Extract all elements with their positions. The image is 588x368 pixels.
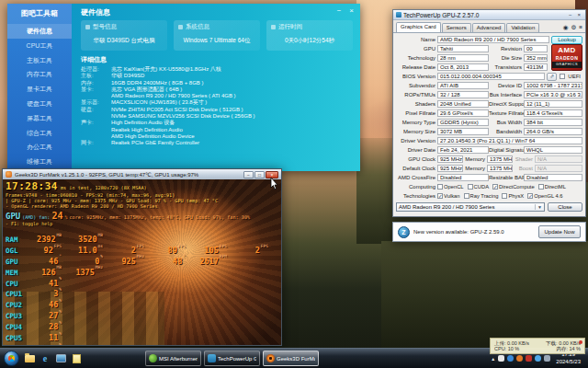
tab-sensors[interactable]: Sensors <box>442 23 471 32</box>
sidebar-item-cpu-tools[interactable]: CPU工具 <box>7 39 72 53</box>
furmark-icon <box>266 354 275 362</box>
detail-row-motherboard: 主板:华硕 D349SD <box>81 73 353 79</box>
vulkan-checkbox[interactable]: ✓ <box>437 193 443 199</box>
minimize-icon[interactable]: − <box>567 12 574 17</box>
tab-validation[interactable]: Validation <box>506 23 539 32</box>
detail-row-audio1: 声卡:High Definition Audio 设备 <box>81 120 353 126</box>
detail-row-network: 网卡:Realtek PCIe GbE Family Controller <box>81 140 353 146</box>
network-icon[interactable] <box>544 355 550 362</box>
tray-icon-app3[interactable] <box>516 355 523 362</box>
close-icon[interactable]: × <box>349 6 354 15</box>
hidden-icons-arrow[interactable]: ▲ <box>491 356 495 362</box>
gpuz-driver-row: Driver Version27.20.14540.3 (Pro 21.Q1.1… <box>396 136 582 145</box>
toolbox-window: 图吧工具箱 硬件信息 CPU工具 主板工具 内存工具 显卡工具 硬盘工具 屏幕工… <box>7 4 360 171</box>
sidebar-item-gpu-tools[interactable]: 显卡工具 <box>7 82 72 97</box>
directcompute-checkbox[interactable]: ✓ <box>492 184 498 190</box>
menu-icon[interactable]: ≡ <box>579 24 582 31</box>
directml-checkbox[interactable] <box>538 184 544 190</box>
osd-renderer-line: - OpenGL renderer: AMD Radeon R9 200 / H… <box>6 203 281 209</box>
opengl-checkbox[interactable]: ✓ <box>527 193 533 199</box>
gpuz-titlebar[interactable]: TechPowerUp GPU-Z 2.57.0 − × <box>393 10 585 20</box>
raytracing-checkbox[interactable] <box>464 193 469 199</box>
tab-graphics-card[interactable]: Graphics Card <box>396 22 441 32</box>
tray-icon-app2[interactable] <box>507 355 514 362</box>
cpu-usage: CPU: 10 % <box>494 346 519 352</box>
osd-test-note: ms in test, 1280x720 (8X MSAA) <box>61 185 147 190</box>
sidebar-item-motherboard-tools[interactable]: 主板工具 <box>7 53 72 68</box>
gpuz-update-icon: Z <box>398 226 410 238</box>
toolbox-page-title: 硬件信息 <box>81 6 353 19</box>
explorer-icon[interactable] <box>23 352 36 365</box>
furmark-osd: 17:28:34 ms in test, 1280x720 (8X MSAA) … <box>6 180 281 226</box>
details-section-title: 详细信息 <box>81 55 353 64</box>
osd-gpu-fan-unit: % <box>64 214 67 220</box>
card-bullet-icon <box>178 25 183 29</box>
uptime-card: 运行时间 0天0小时12分54秒 <box>266 20 353 51</box>
gpuz-tab-bar: Graphics Card Sensors Advanced Validatio… <box>393 20 585 33</box>
gpuz-field-row: SubvendorATI AIBDevice ID1002 6798 - 178… <box>396 81 582 90</box>
toolbox-sidebar-title: 图吧工具箱 <box>7 4 72 24</box>
screenshot-icon[interactable]: ◉ <box>563 24 569 31</box>
card-bullet-icon <box>85 25 90 29</box>
sidebar-item-memory-tools[interactable]: 内存工具 <box>7 67 72 82</box>
gpuz-card-selector-row: AMD Radeon R9 200 / HD 7900 Series ▼ Clo… <box>396 202 582 212</box>
sidebar-item-hardware-info[interactable]: 硬件信息 <box>7 24 72 39</box>
gpuz-field-row: Driver DateFeb 24, 2021Digital Signature… <box>396 145 582 155</box>
minimize-icon[interactable]: − <box>337 6 342 15</box>
volume-icon[interactable] <box>535 355 541 362</box>
detail-row-disk1: 硬盘:NVMe ZHITAI PC005 Act SCSI Disk Devic… <box>81 107 353 113</box>
tray-icon-app1[interactable] <box>498 355 504 362</box>
physx-checkbox[interactable] <box>502 193 507 199</box>
taskbar-button-msi-afterburner[interactable]: MSI Afterburner <box>145 351 201 366</box>
osd-row-ram: RAM2392MB3520MB <box>6 228 268 239</box>
uefi-checkbox[interactable] <box>560 74 565 79</box>
card-label: 系统信息 <box>186 23 209 31</box>
gpuz-body: AMD RADEON GRAPHICS Name AMD Radeon R9 2… <box>393 33 585 213</box>
gpuz-field-row: Memory Size3072 MBBandwidth264.0 GB/s <box>396 127 582 136</box>
computer-icon[interactable] <box>54 352 67 365</box>
osd-gpu-fan-value: 24 <box>51 211 62 221</box>
settings-icon[interactable]: ⚙ <box>571 24 576 31</box>
sidebar-item-misc-tools[interactable]: 综合工具 <box>7 126 72 141</box>
memory-usage: 内存: 14 % <box>556 346 581 352</box>
osd-row-cpu: CPU41% <box>6 272 268 283</box>
minimize-button[interactable]: − <box>243 171 254 178</box>
traffic-monitor-widget[interactable]: 上传: 0.00 KB/s 下载: 0.00 KB/s CPU: 10 % 内存… <box>490 338 585 354</box>
taskbar-button-furmark[interactable]: Geeks3D FurMa... <box>263 351 319 366</box>
furmark-title: Geeks3D FurMark v1.25.1.0 - 92FPS, GPU1 … <box>15 171 241 178</box>
sidebar-item-office-tools[interactable]: 办公工具 <box>7 140 72 155</box>
lookup-button[interactable]: Lookup <box>551 36 582 44</box>
cuda-checkbox[interactable] <box>468 184 473 190</box>
start-button[interactable] <box>4 351 19 366</box>
model-info-card: 型号信息 华硕 D349SD 台式电脑 <box>81 20 167 51</box>
gpu-name-value: AMD Radeon R9 200 / HD 7900 Series <box>437 36 549 43</box>
sidebar-item-disk-tools[interactable]: 硬盘工具 <box>7 97 72 111</box>
furmark-titlebar[interactable]: Geeks3D FurMark v1.25.1.0 - 92FPS, GPU1 … <box>3 169 281 179</box>
update-now-button[interactable]: Update Now <box>538 225 581 238</box>
osd-gpu-stats: core: 925MHz, mem: 1375MHz, temp: 48°C, … <box>69 214 250 220</box>
sidebar-item-repair-tools[interactable]: 维修工具 <box>7 155 72 169</box>
card-value: Windows 7 Ultimate 64位 <box>178 37 255 45</box>
tab-advanced[interactable]: Advanced <box>472 23 506 32</box>
close-icon[interactable]: × <box>575 12 582 17</box>
chevron-down-icon: ▼ <box>535 204 542 210</box>
gpuz-clock-row: Default Clock925 MHzMemory1375 MHzBoostN… <box>396 164 582 173</box>
taskbar-button-gpuz[interactable]: TechPowerUp G... <box>204 351 260 366</box>
maximize-button[interactable]: □ <box>254 171 265 178</box>
opencl-checkbox[interactable] <box>437 184 443 190</box>
bios-share-icon[interactable]: ⇗ <box>547 73 557 81</box>
tray-icon-app4[interactable] <box>526 355 532 362</box>
card-selector-dropdown[interactable]: AMD Radeon R9 200 / HD 7900 Series ▼ <box>396 202 545 212</box>
detail-row-audio3: AMD High Definition Audio Device <box>81 133 353 140</box>
notes-icon[interactable] <box>70 352 83 365</box>
card-value: 华硕 D349SD 台式电脑 <box>85 37 163 45</box>
sidebar-item-screen-tools[interactable]: 屏幕工具 <box>7 111 72 126</box>
close-dialog-button[interactable]: Close <box>548 202 582 212</box>
detail-row-disk2: NVMe SAMSUNG MZVLV256 SCSI Disk Device (… <box>81 113 353 120</box>
osd-gpu-label: GPU <box>6 212 20 221</box>
detail-row-cpu: 处理器:兆芯 KaiXian(开先) KX-U5580@1.8GHz 八核 <box>81 66 353 73</box>
ie-icon[interactable]: e <box>39 352 51 365</box>
osd-row-cpu5: CPU511% <box>6 327 268 338</box>
detail-row-gpu2: AMD Radeon R9 200 / HD 7900 Series ( ATI… <box>81 93 353 99</box>
wallpaper-lake <box>381 241 588 350</box>
